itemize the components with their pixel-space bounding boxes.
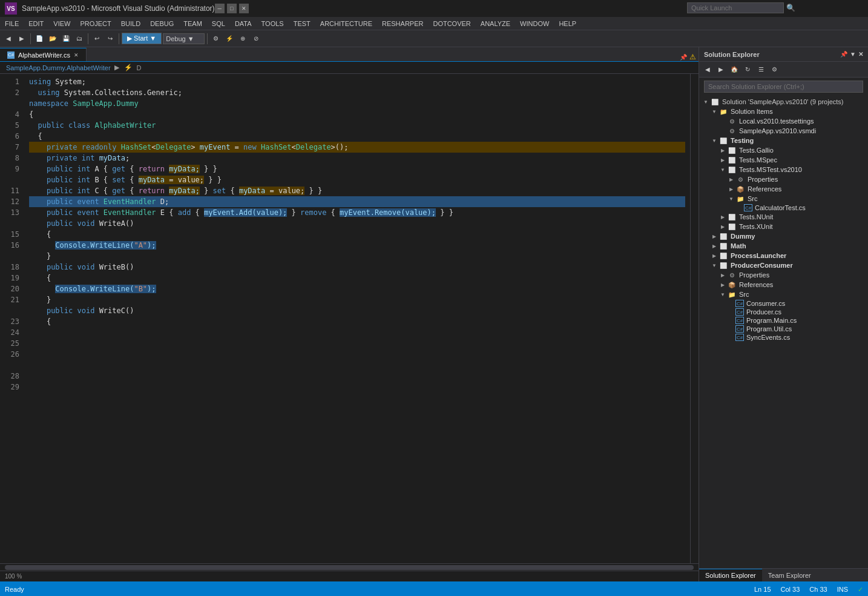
- tree-item-references[interactable]: ▶ 📦 References: [699, 184, 868, 194]
- tree-label: CalculatorTest.cs: [755, 204, 806, 211]
- tree-label: Math: [731, 242, 746, 250]
- cs-file-icon: C#: [7, 51, 15, 59]
- tab-solution-explorer[interactable]: Solution Explorer: [699, 569, 762, 581]
- tab-close-button[interactable]: ✕: [74, 52, 79, 58]
- tree-item-consumer[interactable]: C# Consumer.cs: [699, 299, 868, 308]
- menu-architecture[interactable]: ARCHITECTURE: [315, 17, 377, 30]
- se-refresh-btn[interactable]: ↻: [741, 64, 754, 76]
- tree-item-testing[interactable]: ▼ ⬜ Testing: [699, 136, 868, 145]
- tree-item-processlauncher[interactable]: ▶ ⬜ ProcessLauncher: [699, 251, 868, 260]
- cs-file-icon: C#: [744, 204, 752, 211]
- tree-item-src[interactable]: ▼ 📁 Src: [699, 194, 868, 204]
- toolbar-btn-6[interactable]: ⚡: [223, 33, 235, 45]
- tree-item-syncevents[interactable]: C# SyncEvents.cs: [699, 333, 868, 342]
- toolbar-redo[interactable]: ↪: [104, 33, 116, 45]
- tree-item-vsmdi[interactable]: ⚙ SampleApp.vs2010.vsmdi: [699, 126, 868, 136]
- toolbar-new[interactable]: 📄: [33, 33, 45, 45]
- menu-tools[interactable]: TOOLS: [257, 17, 289, 30]
- menu-dotcover[interactable]: DOTCOVER: [428, 17, 475, 30]
- tree-item-tests-nunit[interactable]: ▶ ⬜ Tests.NUnit: [699, 212, 868, 222]
- tree-item-solution[interactable]: ▼ ⬜ Solution 'SampleApp.vs2010' (9 proje…: [699, 97, 868, 107]
- toolbar-btn-7[interactable]: ⊕: [237, 33, 249, 45]
- pin-icon[interactable]: 📌: [680, 54, 687, 61]
- code-line-19: {: [29, 229, 685, 240]
- menu-debug[interactable]: DEBUG: [145, 17, 179, 30]
- expand-icon: ▶: [710, 243, 718, 249]
- tree-label: Testing: [731, 137, 754, 144]
- window-controls: ─ □ ✕: [215, 4, 249, 13]
- project-icon: ⬜: [727, 165, 737, 174]
- code-line-25: Console.WriteLine("B");: [29, 283, 685, 294]
- start-button[interactable]: ▶ Start ▼: [122, 33, 162, 44]
- se-tree: ▼ ⬜ Solution 'SampleApp.vs2010' (9 proje…: [699, 96, 868, 568]
- breadcrumb-path[interactable]: SampleApp.Dummy.AlphabetWriter: [6, 64, 111, 71]
- code-editor[interactable]: 12 456789 111213 1516 18192021 23242526 …: [0, 74, 699, 563]
- tree-item-dummy[interactable]: ▶ ⬜ Dummy: [699, 231, 868, 241]
- code-line-4: namespace SampleApp.Dummy: [29, 98, 685, 109]
- debug-config-dropdown[interactable]: Debug ▼: [163, 33, 204, 44]
- tab-team-explorer[interactable]: Team Explorer: [762, 569, 817, 581]
- quick-launch-input[interactable]: [687, 2, 784, 13]
- minimize-button[interactable]: ─: [215, 4, 225, 13]
- menu-team[interactable]: TEAM: [179, 17, 207, 30]
- menu-data[interactable]: DATA: [230, 17, 257, 30]
- menu-analyze[interactable]: ANALYZE: [476, 17, 515, 30]
- toolbar-back[interactable]: ◀: [2, 33, 15, 45]
- menu-test[interactable]: TEST: [289, 17, 315, 30]
- tree-item-program-util[interactable]: C# Program.Util.cs: [699, 325, 868, 333]
- tree-item-tests-xunit[interactable]: ▶ ⬜ Tests.XUnit: [699, 222, 868, 231]
- warning-icon: ⚠: [689, 53, 696, 61]
- se-arrow-icon[interactable]: ▼: [850, 51, 856, 58]
- editor-hscrollbar[interactable]: [0, 563, 699, 571]
- tree-item-pc-properties[interactable]: ▶ ⚙ Properties: [699, 270, 868, 280]
- menu-resharper[interactable]: RESHARPER: [377, 17, 428, 30]
- se-settings-btn[interactable]: ⚙: [768, 64, 780, 76]
- project-icon: ⬜: [718, 251, 728, 260]
- tree-item-tests-gallio[interactable]: ▶ ⬜ Tests.Gallio: [699, 145, 868, 155]
- tree-item-producer[interactable]: C# Producer.cs: [699, 308, 868, 316]
- menu-project[interactable]: PROJECT: [75, 17, 116, 30]
- tree-label: Consumer.cs: [746, 300, 785, 307]
- se-forward-btn[interactable]: ▶: [715, 64, 727, 76]
- tree-item-calculatortest[interactable]: C# CalculatorTest.cs: [699, 204, 868, 212]
- tree-item-producerconsumer[interactable]: ▼ ⬜ ProducerConsumer: [699, 260, 868, 270]
- se-pin-icon[interactable]: 📌: [840, 51, 847, 58]
- menu-edit[interactable]: EDIT: [24, 17, 48, 30]
- code-content[interactable]: using System; using System.Collections.G…: [24, 74, 690, 563]
- expand-icon: ▼: [702, 99, 710, 105]
- tree-item-tests-mstest[interactable]: ▼ ⬜ Tests.MSTest.vs2010: [699, 165, 868, 174]
- toolbar-btn-5[interactable]: ⚙: [210, 33, 222, 45]
- tree-item-solution-items[interactable]: ▼ 📁 Solution Items: [699, 107, 868, 116]
- tab-label: AlphabetWriter.cs: [18, 51, 70, 59]
- maximize-button[interactable]: □: [227, 4, 237, 13]
- toolbar-save[interactable]: 💾: [60, 33, 72, 45]
- code-line-18: public void WriteA(): [29, 218, 685, 229]
- tab-alphabetwriter[interactable]: C# AlphabetWriter.cs ✕: [0, 48, 87, 61]
- project-icon: ⬜: [718, 242, 728, 250]
- menu-build[interactable]: BUILD: [116, 17, 145, 30]
- menu-file[interactable]: FILE: [0, 17, 24, 30]
- tree-item-properties[interactable]: ▶ ⚙ Properties: [699, 174, 868, 184]
- toolbar-forward[interactable]: ▶: [16, 33, 28, 45]
- editor-scrollbar[interactable]: [690, 74, 699, 563]
- tree-item-pc-references[interactable]: ▶ 📦 References: [699, 280, 868, 290]
- menu-sql[interactable]: SQL: [207, 17, 230, 30]
- toolbar-save-all[interactable]: 🗂: [73, 33, 85, 45]
- tree-item-math[interactable]: ▶ ⬜ Math: [699, 241, 868, 251]
- se-search-input[interactable]: [704, 81, 863, 93]
- se-filter-btn[interactable]: ☰: [755, 64, 767, 76]
- toolbar-btn-8[interactable]: ⊘: [250, 33, 262, 45]
- se-home-btn[interactable]: 🏠: [728, 64, 740, 76]
- tree-item-pc-src[interactable]: ▼ 📁 Src: [699, 290, 868, 299]
- tree-item-tests-mspec[interactable]: ▶ ⬜ Tests.MSpec: [699, 155, 868, 165]
- toolbar-open[interactable]: 📂: [47, 33, 59, 45]
- tree-item-testsettings[interactable]: ⚙ Local.vs2010.testsettings: [699, 116, 868, 126]
- tree-item-program-main[interactable]: C# Program.Main.cs: [699, 316, 868, 325]
- se-close-icon[interactable]: ✕: [858, 51, 863, 58]
- menu-help[interactable]: HELP: [554, 17, 581, 30]
- menu-window[interactable]: WINDOW: [515, 17, 554, 30]
- se-back-btn[interactable]: ◀: [702, 64, 714, 76]
- toolbar-undo[interactable]: ↩: [91, 33, 103, 45]
- close-button[interactable]: ✕: [239, 4, 249, 13]
- menu-view[interactable]: VIEW: [48, 17, 75, 30]
